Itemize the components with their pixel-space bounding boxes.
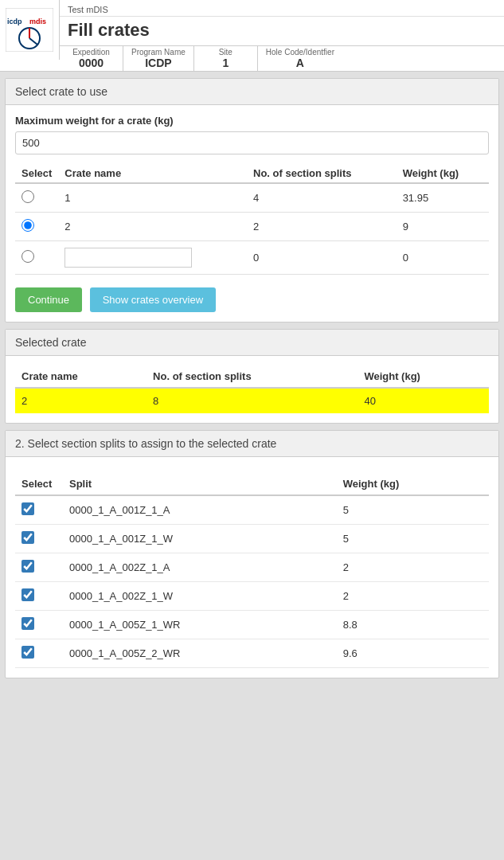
selected-crate-row: 2 8 40 xyxy=(15,388,489,413)
split-name: 0000_1_A_005Z_2_WR xyxy=(63,639,337,668)
meta-expedition: Expedition 0000 xyxy=(60,46,123,71)
new-crate-name-input[interactable] xyxy=(64,248,192,268)
svg-text:mdis: mdis xyxy=(29,18,46,25)
select-crate-header: Select crate to use xyxy=(6,79,498,105)
crate3-weight: 0 xyxy=(397,241,489,275)
col-weight: Weight (kg) xyxy=(397,164,489,183)
section-splits-header: 2. Select section splits to assign to th… xyxy=(6,431,498,457)
continue-button[interactable]: Continue xyxy=(15,287,82,312)
program-label: Program Name xyxy=(131,48,186,57)
app-name: Test mDIS xyxy=(60,0,504,17)
site-label: Site xyxy=(202,48,249,57)
section-splits-body: Select Split Weight (kg) 0000_1_A_001Z_1… xyxy=(6,457,498,678)
split-weight: 2 xyxy=(337,553,489,582)
expedition-label: Expedition xyxy=(68,48,115,57)
header-right: Test mDIS Fill crates Expedition 0000 Pr… xyxy=(60,0,504,71)
selected-crate-table: Crate name No. of section splits Weight … xyxy=(15,366,489,413)
splits-col-select: Select xyxy=(15,473,63,495)
logo: icdp mdis xyxy=(0,0,60,60)
splits-table: Select Split Weight (kg) 0000_1_A_001Z_1… xyxy=(15,473,489,668)
action-buttons: Continue Show crates overview xyxy=(15,287,489,312)
program-value: ICDP xyxy=(131,57,186,69)
expedition-value: 0000 xyxy=(68,57,115,69)
split-name: 0000_1_A_001Z_1_W xyxy=(63,525,337,553)
split-name: 0000_1_A_001Z_1_A xyxy=(63,495,337,525)
table-row: 0 0 xyxy=(15,241,489,275)
crate3-radio[interactable] xyxy=(21,250,34,263)
col-splits: No. of section splits xyxy=(247,164,397,183)
split-weight: 5 xyxy=(337,495,489,525)
crate1-weight: 31.95 xyxy=(397,183,489,213)
selected-crate-title: Selected crate xyxy=(15,336,87,349)
hole-value: A xyxy=(266,57,334,69)
table-row: 1 4 31.95 xyxy=(15,183,489,213)
sel-col-splits: No. of section splits xyxy=(147,366,357,388)
crate1-splits: 4 xyxy=(247,183,397,213)
show-crates-overview-button[interactable]: Show crates overview xyxy=(90,287,216,312)
site-value: 1 xyxy=(202,57,249,69)
selected-crate-body: Crate name No. of section splits Weight … xyxy=(6,356,498,423)
col-crate-name: Crate name xyxy=(58,164,247,183)
sel-col-weight: Weight (kg) xyxy=(357,366,489,388)
split-checkbox-1[interactable] xyxy=(21,531,34,544)
split-checkbox-3[interactable] xyxy=(21,588,34,601)
crate3-splits: 0 xyxy=(247,241,397,275)
crate2-name: 2 xyxy=(58,213,247,241)
max-weight-input[interactable] xyxy=(15,131,489,154)
split-weight: 5 xyxy=(337,525,489,553)
splits-col-split: Split xyxy=(63,473,337,495)
split-weight: 9.6 xyxy=(337,639,489,668)
split-name: 0000_1_A_002Z_1_A xyxy=(63,553,337,582)
header-meta: Expedition 0000 Program Name ICDP Site 1… xyxy=(60,45,504,71)
split-checkbox-0[interactable] xyxy=(21,502,34,515)
split-checkbox-5[interactable] xyxy=(21,646,34,659)
crate1-radio[interactable] xyxy=(21,190,34,203)
table-row: 0000_1_A_001Z_1_A5 xyxy=(15,495,489,525)
table-row: 0000_1_A_002Z_1_W2 xyxy=(15,582,489,611)
split-name: 0000_1_A_002Z_1_W xyxy=(63,582,337,611)
col-select: Select xyxy=(15,164,58,183)
max-weight-label: Maximum weight for a crate (kg) xyxy=(15,115,489,127)
crate-table: Select Crate name No. of section splits … xyxy=(15,164,489,275)
splits-col-weight: Weight (kg) xyxy=(337,473,489,495)
crate2-radio[interactable] xyxy=(21,219,34,232)
selected-crate-splits: 8 xyxy=(147,388,357,413)
table-row: 2 2 9 xyxy=(15,213,489,241)
split-weight: 2 xyxy=(337,582,489,611)
select-crate-title: Select crate to use xyxy=(15,85,107,98)
meta-site: Site 1 xyxy=(194,46,258,71)
selected-crate-section: Selected crate Crate name No. of section… xyxy=(5,329,499,424)
select-crate-section: Select crate to use Maximum weight for a… xyxy=(5,78,499,322)
sel-col-name: Crate name xyxy=(15,366,147,388)
table-row: 0000_1_A_005Z_2_WR9.6 xyxy=(15,639,489,668)
split-checkbox-4[interactable] xyxy=(21,617,34,630)
section-splits-title: 2. Select section splits to assign to th… xyxy=(15,437,276,450)
table-row: 0000_1_A_002Z_1_A2 xyxy=(15,553,489,582)
select-crate-body: Maximum weight for a crate (kg) Select C… xyxy=(6,105,498,322)
selected-crate-weight: 40 xyxy=(357,388,489,413)
table-row: 0000_1_A_001Z_1_W5 xyxy=(15,525,489,553)
split-checkbox-2[interactable] xyxy=(21,560,34,573)
crate1-name: 1 xyxy=(58,183,247,213)
header: icdp mdis Test mDIS Fill crates Expediti… xyxy=(0,0,504,72)
selected-crate-name: 2 xyxy=(15,388,147,413)
split-name: 0000_1_A_005Z_1_WR xyxy=(63,611,337,639)
svg-text:icdp: icdp xyxy=(7,18,22,25)
crate2-weight: 9 xyxy=(397,213,489,241)
selected-crate-header: Selected crate xyxy=(6,330,498,356)
hole-label: Hole Code/Identfier xyxy=(266,48,334,57)
meta-program: Program Name ICDP xyxy=(123,46,194,71)
meta-hole: Hole Code/Identfier A xyxy=(258,46,342,71)
section-splits-section: 2. Select section splits to assign to th… xyxy=(5,430,499,678)
crate2-splits: 2 xyxy=(247,213,397,241)
table-row: 0000_1_A_005Z_1_WR8.8 xyxy=(15,611,489,639)
page-title: Fill crates xyxy=(60,17,504,45)
split-weight: 8.8 xyxy=(337,611,489,639)
